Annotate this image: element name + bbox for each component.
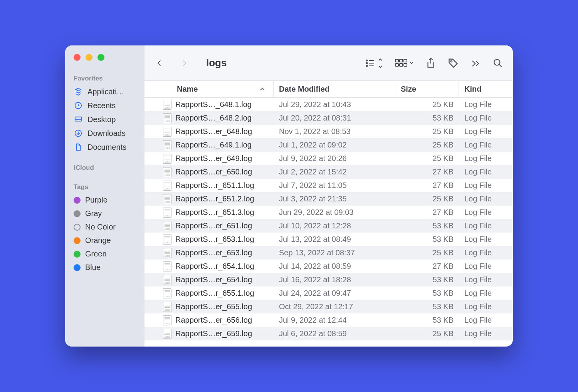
- table-row[interactable]: RapportS…er_651.logJul 10, 2022 at 12:28…: [144, 219, 513, 233]
- file-kind: Log File: [459, 138, 513, 152]
- log-file-icon: [163, 154, 171, 164]
- log-file-icon: [163, 302, 171, 312]
- log-file-icon: [163, 208, 171, 218]
- forward-button[interactable]: [178, 57, 191, 70]
- table-row[interactable]: RapportS…er_653.logSep 13, 2022 at 08:37…: [144, 246, 513, 260]
- file-size: 25 KB: [395, 125, 459, 138]
- file-kind: Log File: [459, 327, 513, 340]
- desktop-icon: [74, 115, 83, 124]
- table-row[interactable]: RapportS…er_654.logJul 16, 2022 at 18:28…: [144, 273, 513, 286]
- fullscreen-button[interactable]: [97, 54, 104, 61]
- share-button[interactable]: [424, 57, 437, 70]
- svg-rect-1: [75, 117, 82, 121]
- icloud-header: iCloud: [65, 160, 144, 174]
- file-date: Oct 29, 2022 at 12:17: [274, 300, 395, 313]
- name-column-header[interactable]: Name: [144, 81, 274, 97]
- table-row[interactable]: RapportS…er_649.logJul 9, 2022 at 20:262…: [144, 152, 513, 165]
- chevron-up-icon: [259, 85, 265, 94]
- file-kind: Log File: [459, 206, 513, 219]
- table-row[interactable]: RapportS…r_654.1.logJul 14, 2022 at 08:5…: [144, 260, 513, 273]
- sidebar-item-downloads[interactable]: Downloads: [65, 126, 144, 140]
- sidebar-tag-orange[interactable]: Orange: [65, 234, 144, 247]
- table-row[interactable]: RapportS…er_648.logNov 1, 2022 at 08:532…: [144, 125, 513, 138]
- file-name: RapportS…er_651.log: [175, 221, 252, 230]
- sidebar-item-applications[interactable]: Applicati…: [65, 85, 144, 99]
- file-date: Jul 1, 2022 at 09:02: [274, 138, 395, 152]
- file-name: RapportS…er_656.log: [175, 316, 252, 325]
- table-row[interactable]: RapportS…_648.1.logJul 29, 2022 at 10:43…: [144, 98, 513, 111]
- file-date: Jun 29, 2022 at 09:03: [274, 206, 395, 219]
- log-file-icon: [163, 248, 171, 258]
- table-row[interactable]: RapportS…r_651.2.logJul 3, 2022 at 21:35…: [144, 192, 513, 206]
- tags-button[interactable]: [447, 57, 460, 70]
- table-row[interactable]: RapportS…r_655.1.logJul 24, 2022 at 09:4…: [144, 286, 513, 300]
- file-name: RapportS…r_655.1.log: [175, 289, 254, 298]
- sidebar-tag-gray[interactable]: Gray: [65, 207, 144, 220]
- file-kind: Log File: [459, 286, 513, 300]
- table-row[interactable]: RapportS…r_651.3.logJun 29, 2022 at 09:0…: [144, 206, 513, 219]
- log-file-icon: [163, 100, 171, 110]
- sidebar-tag-no-color[interactable]: No Color: [65, 220, 144, 234]
- file-name: RapportS…er_659.log: [175, 329, 252, 338]
- file-size: 53 KB: [395, 111, 459, 125]
- view-mode-button[interactable]: [363, 57, 384, 70]
- table-row[interactable]: RapportS…r_653.1.logJul 13, 2022 at 08:4…: [144, 233, 513, 246]
- tag-dot-icon: [74, 237, 81, 244]
- log-file-icon: [163, 113, 171, 123]
- file-date: Jul 16, 2022 at 18:28: [274, 273, 395, 286]
- sidebar-tag-blue[interactable]: Blue: [65, 261, 144, 274]
- file-name: RapportS…_648.1.log: [175, 100, 252, 109]
- tags-header: Tags: [65, 179, 144, 193]
- file-size: 27 KB: [395, 179, 459, 192]
- file-kind: Log File: [459, 165, 513, 179]
- close-button[interactable]: [74, 54, 81, 61]
- file-size: 25 KB: [395, 327, 459, 340]
- content-area: logs: [144, 45, 513, 347]
- log-file-icon: [163, 221, 171, 231]
- table-row[interactable]: RapportS…_648.2.logJul 20, 2022 at 08:31…: [144, 111, 513, 125]
- applications-icon: [74, 87, 83, 96]
- minimize-button[interactable]: [86, 54, 92, 61]
- file-date: Jul 9, 2022 at 12:44: [274, 313, 395, 327]
- log-file-icon: [163, 194, 171, 204]
- file-date: Jul 9, 2022 at 20:26: [274, 152, 395, 165]
- table-row[interactable]: RapportS…r_651.1.logJul 7, 2022 at 11:05…: [144, 179, 513, 192]
- sidebar-item-label: Recents: [87, 101, 116, 110]
- sidebar-item-desktop[interactable]: Desktop: [65, 112, 144, 126]
- svg-point-16: [494, 59, 500, 65]
- file-size: 27 KB: [395, 206, 459, 219]
- table-row[interactable]: RapportS…er_656.logJul 9, 2022 at 12:445…: [144, 313, 513, 327]
- file-date: Jul 7, 2022 at 11:05: [274, 179, 395, 192]
- sidebar-tag-green[interactable]: Green: [65, 247, 144, 261]
- file-kind: Log File: [459, 219, 513, 233]
- size-column-header[interactable]: Size: [395, 81, 459, 97]
- sidebar-tag-purple[interactable]: Purple: [65, 193, 144, 207]
- search-button[interactable]: [491, 57, 504, 70]
- overflow-button[interactable]: [469, 57, 482, 70]
- file-date: Jul 24, 2022 at 09:47: [274, 286, 395, 300]
- svg-point-7: [366, 65, 367, 66]
- file-kind: Log File: [459, 111, 513, 125]
- group-button[interactable]: [393, 57, 415, 70]
- column-headers: Name Date Modified Size Kind: [144, 81, 513, 98]
- table-row[interactable]: RapportS…er_659.logJul 6, 2022 at 08:592…: [144, 327, 513, 340]
- file-kind: Log File: [459, 192, 513, 206]
- table-row[interactable]: RapportS…_649.1.logJul 1, 2022 at 09:022…: [144, 138, 513, 152]
- file-name: RapportS…er_655.log: [175, 302, 252, 311]
- back-button[interactable]: [153, 57, 166, 70]
- log-file-icon: [163, 167, 171, 177]
- sidebar-item-recents[interactable]: Recents: [65, 99, 144, 112]
- table-row[interactable]: RapportS…er_650.logJul 2, 2022 at 15:422…: [144, 165, 513, 179]
- sidebar-item-label: Blue: [85, 263, 101, 272]
- file-kind: Log File: [459, 152, 513, 165]
- sidebar-item-documents[interactable]: Documents: [65, 140, 144, 154]
- date-column-header[interactable]: Date Modified: [274, 81, 395, 97]
- table-row[interactable]: RapportS…er_655.logOct 29, 2022 at 12:17…: [144, 300, 513, 313]
- tag-dot-icon: [74, 210, 81, 217]
- file-size: 53 KB: [395, 286, 459, 300]
- file-date: Jul 13, 2022 at 08:49: [274, 233, 395, 246]
- sidebar-item-label: Downloads: [87, 129, 126, 138]
- file-name: RapportS…r_651.2.log: [175, 194, 254, 203]
- kind-column-header[interactable]: Kind: [459, 81, 513, 97]
- file-size: 25 KB: [395, 192, 459, 206]
